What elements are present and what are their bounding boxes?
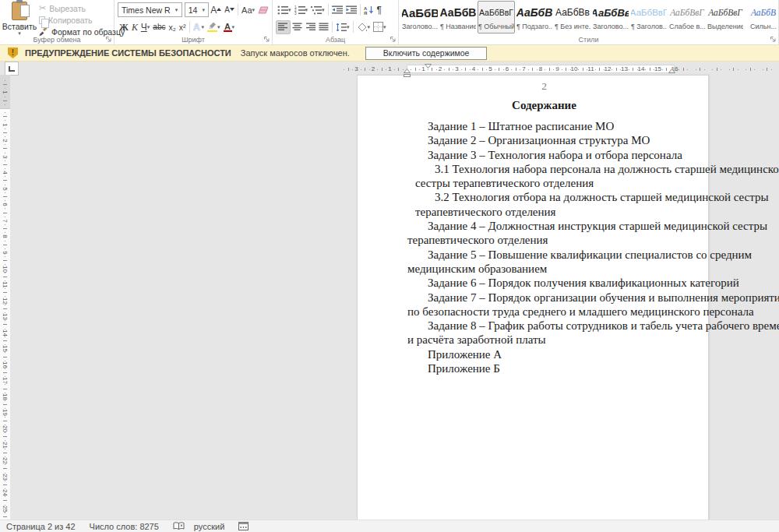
style-item[interactable]: АаБбВвГСлабое в... (668, 1, 706, 33)
document-line: Задание 5 – Повышение квалификации специ… (428, 248, 708, 262)
style-item[interactable]: АаБбВЗаголово... (401, 1, 439, 33)
status-bar: Страница 2 из 42 Число слов: 8275 русски… (0, 520, 779, 532)
ruler-tick (696, 69, 696, 70)
underline-button[interactable]: Ч▾ (139, 20, 152, 34)
style-sample: АаБбВ (516, 2, 553, 23)
underline-letter: Ч (141, 22, 147, 33)
dialog-launcher-icon[interactable] (263, 35, 270, 43)
grow-font-button[interactable]: А (209, 3, 223, 17)
align-justify-button[interactable] (317, 20, 330, 34)
ruler-tick (3, 164, 7, 165)
ruler-number: 9 (553, 65, 562, 72)
ruler-number: 10 (569, 65, 579, 72)
proofing-icon[interactable] (173, 522, 185, 530)
shrink-font-letter: А (224, 5, 230, 14)
align-right-button[interactable] (304, 20, 317, 34)
change-case-button[interactable]: Аа▾ (240, 3, 256, 17)
decrease-indent-button[interactable] (330, 3, 344, 17)
word-count[interactable]: Число слов: 8275 (90, 522, 159, 531)
text-effects-button[interactable]: А▾ (192, 20, 206, 34)
ruler-tick (3, 100, 7, 101)
tab-selector[interactable] (5, 62, 19, 76)
chevron-down-icon: ▾ (202, 25, 205, 30)
document-line: сестры терапевтического отделения (415, 176, 708, 190)
style-item[interactable]: АаБбВвГ¶ Обычный (478, 1, 515, 33)
ruler-tick (583, 68, 583, 71)
style-item[interactable]: АаБбВв¶ Без инте... (554, 1, 591, 33)
scissors-icon: ✂ (39, 4, 46, 12)
document-line: Приложение Б (428, 361, 708, 375)
style-item[interactable]: АаБбВ¶ Подзаго... (516, 1, 553, 33)
horizontal-ruler[interactable]: 32112345678910111213141516 (0, 62, 779, 76)
ruler-number: 5 (486, 65, 495, 72)
document-line: 3.2 Технология отбора на должность старш… (435, 190, 708, 204)
increase-indent-button[interactable] (344, 3, 358, 17)
align-justify-icon (319, 23, 329, 31)
macro-record-icon[interactable] (238, 522, 249, 530)
cut-button[interactable]: ✂ Вырезать (37, 2, 127, 14)
document-line: Задание 8 – График работы сотрудников и … (428, 319, 708, 333)
clear-formatting-button[interactable] (256, 3, 270, 17)
dialog-launcher-icon[interactable] (769, 35, 777, 43)
bold-button[interactable]: Ж (118, 20, 130, 34)
ruler-number: 19 (2, 407, 9, 417)
ribbon: Вставить ▾ ✂ Вырезать Копировать Формат … (0, 0, 779, 45)
document-line: Задание 7 – Порядок организации обучения… (428, 291, 708, 305)
italic-button[interactable]: К (130, 20, 139, 34)
multilevel-list-button[interactable]: ▾ (309, 3, 326, 17)
security-warning-bar: ! ПРЕДУПРЕЖДЕНИЕ СИСТЕМЫ БЕЗОПАСНОСТИ За… (0, 45, 779, 62)
font-color-button[interactable]: А▾ (222, 20, 237, 34)
superscript-button[interactable]: х² (178, 20, 188, 34)
first-line-indent-marker[interactable] (425, 64, 432, 69)
sort-button[interactable]: АЯ (362, 3, 375, 17)
paragraph-row-1: ▾ 123▾ ▾ АЯ ¶ (273, 0, 398, 19)
styles-gallery: АаБбВЗаголово...АаБбВ¶ НазваниеАаБбВвГ¶ … (399, 0, 778, 33)
arrow-up-icon (217, 8, 221, 12)
dialog-launcher-icon[interactable] (389, 35, 397, 43)
left-indent-marker[interactable] (404, 73, 411, 77)
style-item[interactable]: АаБбВ¶ Название (439, 1, 477, 33)
shrink-font-button[interactable]: А (223, 3, 236, 17)
style-item[interactable]: АаБбВвГ¶ Заголов... (630, 1, 668, 33)
ruler-tick (3, 372, 7, 373)
style-item[interactable]: АаБбВСильн... (745, 1, 779, 33)
align-center-button[interactable] (291, 20, 304, 34)
strikethrough-button[interactable]: abc (151, 20, 167, 34)
ruler-tick (3, 148, 7, 149)
style-item[interactable]: АаБбВвГВыделение (707, 1, 744, 33)
group-label-styles: Стили (399, 36, 778, 44)
shading-button[interactable]: ▾ (355, 20, 372, 34)
highlight-button[interactable]: ▾ (206, 20, 222, 34)
ruler-number: 15 (2, 344, 9, 354)
font-name-combo[interactable]: Times New R ▾ (118, 2, 182, 17)
ruler-tick (449, 68, 449, 71)
outdent-icon (332, 5, 343, 15)
document-line: Задание 4 – Должностная инструкция старш… (428, 219, 708, 233)
style-sample: АаБбВв (592, 2, 629, 23)
ruler-tick (348, 68, 349, 71)
vertical-ruler[interactable]: 1123456789101112131415161718192021222324… (0, 75, 10, 520)
style-sample: АаБбВвГ (630, 2, 668, 23)
font-size-combo[interactable]: 14 ▾ (185, 2, 210, 17)
paste-button[interactable]: Вставить ▾ (4, 2, 35, 34)
svg-text:Я: Я (364, 11, 367, 15)
page-info[interactable]: Страница 2 из 42 (6, 522, 76, 531)
bullets-button[interactable]: ▾ (276, 3, 293, 17)
dialog-launcher-icon[interactable] (104, 35, 112, 43)
ruler-tick (3, 453, 7, 453)
enable-content-button[interactable]: Включить содержимое (365, 47, 488, 60)
line-spacing-icon (336, 23, 347, 32)
style-sample: АаБбВ (440, 2, 477, 23)
line-spacing-button[interactable]: ▾ (334, 20, 351, 34)
borders-button[interactable]: ▾ (372, 20, 388, 34)
document-page[interactable]: 2 Содержание Задание 1 – Штатное расписа… (357, 75, 709, 520)
subscript-button[interactable]: х₂ (167, 20, 177, 34)
language-label[interactable]: русский (194, 522, 224, 531)
numbering-button[interactable]: 123▾ (293, 3, 310, 17)
copy-button[interactable]: Копировать (37, 14, 127, 26)
right-indent-marker[interactable] (668, 69, 675, 73)
align-left-button[interactable] (276, 20, 291, 34)
show-marks-button[interactable]: ¶ (375, 3, 383, 17)
style-item[interactable]: АаБбВвЗаголово... (592, 1, 629, 33)
arrow-down-icon (230, 8, 234, 12)
